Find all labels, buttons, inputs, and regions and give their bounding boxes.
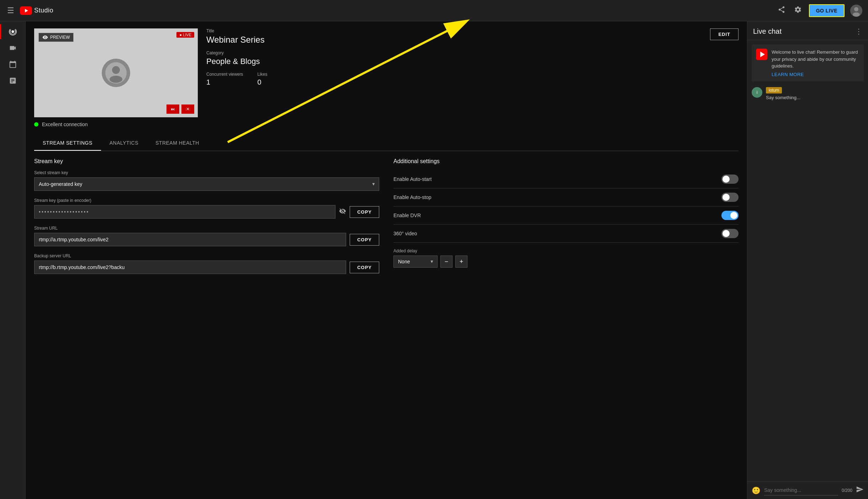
stream-key-section: Stream key Select stream key Auto-genera… (34, 158, 379, 281)
toggle-auto-stop-switch[interactable] (721, 193, 739, 202)
toggle-360-knob (723, 230, 730, 237)
preview-person (102, 59, 130, 87)
top-section: PREVIEW ● LIVE ⏭ ✕ (34, 28, 739, 127)
sidebar-item-analytics[interactable] (0, 73, 25, 88)
go-live-button[interactable]: GO LIVE (809, 4, 845, 17)
toggle-auto-stop: Enable Auto-stop (393, 188, 739, 206)
tab-stream-settings[interactable]: STREAM SETTINGS (34, 136, 101, 151)
youtube-studio-logo: Studio (20, 6, 53, 15)
connection-text: Excellent connection (42, 122, 88, 127)
concurrent-label: Concurrent viewers (206, 72, 243, 77)
preview-label: PREVIEW (50, 35, 70, 40)
chat-panel: Live chat ⋮ Welcome to live chat! Rememb… (747, 21, 868, 499)
toggle-360: 360° video (393, 225, 739, 243)
preview-ctrl-skip[interactable]: ⏭ (166, 104, 179, 114)
stream-key-copy-button[interactable]: COPY (350, 206, 379, 218)
toggle-360-switch[interactable] (721, 229, 739, 238)
delay-label: Added delay (393, 248, 739, 253)
toggle-dvr-switch[interactable] (721, 211, 739, 220)
chat-send-button[interactable] (856, 485, 864, 495)
concurrent-viewers: Concurrent viewers 1 (206, 72, 243, 86)
settings-button[interactable] (793, 4, 803, 17)
preview-badge[interactable]: PREVIEW (38, 33, 74, 42)
delay-select-input[interactable]: None Normal (5s) Low (1s) (393, 256, 438, 268)
toggle-auto-start-label: Enable Auto-start (393, 176, 432, 182)
studio-label: Studio (34, 7, 53, 14)
toggle-dvr-knob (730, 212, 737, 219)
stream-key-input[interactable] (34, 205, 335, 219)
chat-messages: i iotum Say something... (752, 87, 864, 100)
info-panel: Title Webinar Series EDIT Category Peopl… (206, 28, 739, 127)
svg-point-7 (112, 66, 120, 74)
sidebar-item-camera[interactable] (0, 41, 25, 55)
chat-char-count: 0/200 (842, 488, 852, 493)
preview-controls: ⏭ ✕ (166, 104, 194, 114)
likes-label: Likes (257, 72, 267, 77)
toggle-auto-start: Enable Auto-start (393, 170, 739, 188)
topbar: ☰ Studio GO LIVE (0, 0, 868, 21)
tabs-row: STREAM SETTINGS ANALYTICS STREAM HEALTH (34, 136, 739, 151)
toggle-auto-start-switch[interactable] (721, 175, 739, 184)
additional-settings-title: Additional settings (393, 158, 739, 165)
select-stream-key-input[interactable]: Auto-generated key (34, 177, 379, 191)
backup-url-input[interactable] (34, 261, 346, 274)
title-value: Webinar Series (206, 35, 265, 45)
title-label: Title (206, 28, 265, 33)
chat-welcome-text: Welcome to live chat! Remember to guard … (772, 49, 859, 70)
avatar[interactable] (850, 5, 862, 17)
additional-settings-section: Additional settings Enable Auto-start En… (393, 158, 739, 281)
topbar-right: GO LIVE (776, 4, 862, 17)
concurrent-value: 1 (206, 78, 243, 86)
backup-url-label: Backup server URL (34, 253, 379, 258)
preview-panel: PREVIEW ● LIVE ⏭ ✕ (34, 28, 198, 127)
chat-msg-text-0: Say something... (766, 95, 800, 100)
likes-value: 0 (257, 78, 267, 86)
topbar-left: ☰ Studio (6, 5, 53, 17)
sidebar-item-calendar[interactable] (0, 57, 25, 72)
chat-footer: 🙂 0/200 (747, 481, 868, 499)
svg-point-3 (854, 7, 858, 11)
toggle-auto-start-knob (723, 176, 730, 183)
stream-url-copy-button[interactable]: COPY (350, 234, 379, 246)
svg-point-4 (853, 12, 860, 17)
connection-indicator (34, 122, 38, 127)
stream-url-label: Stream URL (34, 226, 379, 231)
delay-section: Added delay None Normal (5s) Low (1s) ▼ … (393, 248, 739, 268)
chat-body: Welcome to live chat! Remember to guard … (747, 40, 868, 481)
chat-avatar-0: i (752, 87, 762, 98)
category-value: People & Blogs (206, 57, 739, 66)
backup-url-field-group: Backup server URL COPY (34, 253, 379, 274)
toggle-dvr-label: Enable DVR (393, 213, 421, 218)
chat-input[interactable] (764, 485, 838, 495)
visibility-toggle-icon[interactable] (339, 208, 346, 216)
preview-ctrl-end[interactable]: ✕ (181, 104, 194, 114)
tab-analytics[interactable]: ANALYTICS (101, 136, 147, 151)
chat-message-0: i iotum Say something... (752, 87, 864, 100)
stream-key-title: Stream key (34, 158, 379, 165)
stream-key-row: COPY (34, 205, 379, 219)
backup-url-row: COPY (34, 261, 379, 274)
toggle-dvr: Enable DVR (393, 206, 739, 225)
share-button[interactable] (776, 4, 787, 17)
sidebar-item-live[interactable] (0, 24, 25, 39)
hamburger-menu-button[interactable]: ☰ (6, 5, 16, 17)
chat-menu-icon[interactable]: ⋮ (855, 27, 862, 36)
delay-plus-button[interactable]: + (455, 256, 467, 268)
preview-video: PREVIEW ● LIVE ⏭ ✕ (34, 28, 198, 117)
chat-welcome-card: Welcome to live chat! Remember to guard … (752, 44, 864, 81)
delay-controls: None Normal (5s) Low (1s) ▼ − + (393, 256, 739, 268)
stream-key-field-group: Stream key (paste in encoder) COPY (34, 198, 379, 219)
youtube-logo-icon (20, 6, 32, 15)
stream-url-field-group: Stream URL COPY (34, 226, 379, 246)
backup-url-copy-button[interactable]: COPY (350, 262, 379, 273)
stream-url-input[interactable] (34, 233, 346, 246)
chat-welcome-content: Welcome to live chat! Remember to guard … (772, 49, 859, 77)
tab-stream-health[interactable]: STREAM HEALTH (147, 136, 208, 151)
title-row: Title Webinar Series EDIT (206, 28, 739, 45)
toggle-auto-stop-knob (723, 194, 730, 201)
delay-minus-button[interactable]: − (440, 256, 452, 268)
edit-button[interactable]: EDIT (710, 28, 739, 40)
stats-row: Concurrent viewers 1 Likes 0 (206, 72, 739, 86)
chat-emoji-icon[interactable]: 🙂 (752, 486, 761, 495)
chat-learn-more-link[interactable]: LEARN MORE (772, 72, 859, 77)
